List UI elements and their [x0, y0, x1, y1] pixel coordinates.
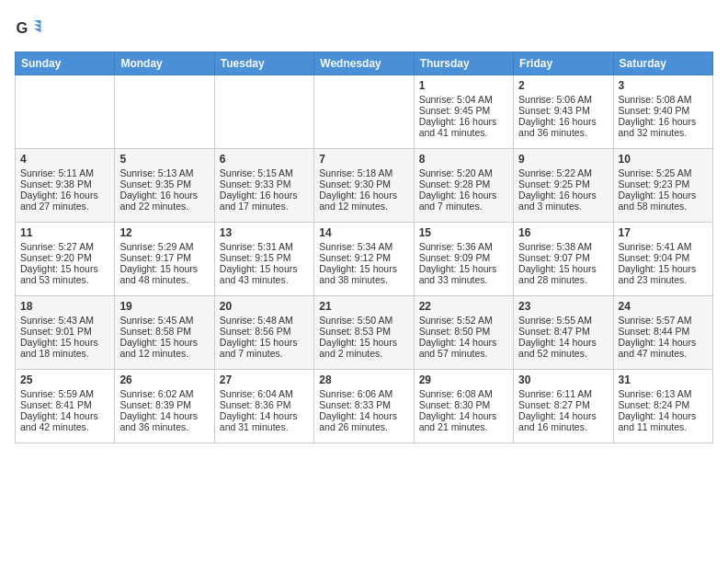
cell-content-line: Sunset: 8:58 PM: [119, 326, 209, 337]
cell-content-line: Sunrise: 5:27 AM: [20, 241, 109, 252]
day-number: 4: [20, 153, 109, 166]
day-number: 5: [119, 153, 209, 166]
cell-content-line: Sunset: 8:39 PM: [119, 399, 209, 410]
cell-content-line: Daylight: 15 hours: [319, 263, 408, 274]
day-number: 19: [119, 300, 209, 313]
cell-content-line: Daylight: 15 hours: [419, 263, 508, 274]
calendar-cell: 18Sunrise: 5:43 AMSunset: 9:01 PMDayligh…: [16, 296, 115, 370]
day-number: 31: [619, 373, 708, 386]
cell-content-line: Sunset: 9:09 PM: [419, 252, 508, 263]
svg-text:G: G: [17, 19, 28, 36]
day-number: 8: [419, 153, 508, 166]
cell-content-line: and 57 minutes.: [419, 348, 508, 359]
cell-content-line: and 32 minutes.: [619, 127, 708, 138]
page-header: G: [15, 15, 713, 42]
cell-content-line: Daylight: 14 hours: [518, 410, 608, 421]
logo: G: [15, 15, 46, 42]
calendar-cell: 5Sunrise: 5:13 AMSunset: 9:35 PMDaylight…: [115, 149, 214, 223]
calendar-cell: 3Sunrise: 5:08 AMSunset: 9:40 PMDaylight…: [613, 75, 712, 149]
cell-content-line: Daylight: 15 hours: [319, 337, 408, 348]
cell-content-line: Daylight: 15 hours: [20, 263, 109, 274]
day-number: 17: [619, 226, 708, 239]
cell-content-line: Daylight: 15 hours: [20, 337, 109, 348]
cell-content-line: Sunrise: 5:36 AM: [419, 241, 508, 252]
cell-content-line: Daylight: 16 hours: [518, 116, 608, 127]
cell-content-line: Daylight: 14 hours: [419, 337, 508, 348]
cell-content-line: and 33 minutes.: [419, 274, 508, 285]
cell-content-line: Sunset: 8:24 PM: [619, 399, 708, 410]
cell-content-line: Daylight: 14 hours: [619, 337, 708, 348]
day-number: 6: [220, 153, 309, 166]
cell-content-line: Daylight: 15 hours: [619, 263, 708, 274]
calendar-cell: 21Sunrise: 5:50 AMSunset: 8:53 PMDayligh…: [314, 296, 414, 370]
day-number: 1: [419, 79, 508, 92]
cell-content-line: Sunset: 9:38 PM: [20, 178, 109, 190]
cell-content-line: Sunset: 9:04 PM: [619, 252, 708, 263]
cell-content-line: Sunset: 8:50 PM: [419, 326, 508, 337]
cell-content-line: Daylight: 16 hours: [319, 190, 408, 201]
calendar-cell: 6Sunrise: 5:15 AMSunset: 9:33 PMDaylight…: [214, 149, 313, 223]
cell-content-line: Daylight: 16 hours: [119, 190, 209, 201]
day-number: 12: [119, 226, 209, 239]
calendar-cell: 1Sunrise: 5:04 AMSunset: 9:45 PMDaylight…: [414, 75, 513, 149]
cell-content-line: and 2 minutes.: [319, 348, 408, 359]
cell-content-line: Sunset: 9:28 PM: [419, 178, 508, 190]
calendar-cell: 24Sunrise: 5:57 AMSunset: 8:44 PMDayligh…: [613, 296, 712, 370]
cell-content-line: Sunrise: 6:08 AM: [419, 388, 508, 399]
logo-icon: G: [15, 15, 42, 42]
day-number: 23: [518, 300, 608, 313]
cell-content-line: Sunrise: 6:06 AM: [319, 388, 408, 399]
svg-marker-1: [34, 20, 41, 25]
calendar-cell: 2Sunrise: 5:06 AMSunset: 9:43 PMDaylight…: [514, 75, 613, 149]
cell-content-line: Sunset: 9:33 PM: [220, 178, 309, 190]
cell-content-line: and 21 minutes.: [419, 421, 508, 432]
day-number: 11: [20, 226, 109, 239]
calendar-cell: 19Sunrise: 5:45 AMSunset: 8:58 PMDayligh…: [115, 296, 214, 370]
day-number: 30: [518, 373, 608, 386]
weekday-header: Thursday: [414, 52, 513, 75]
day-number: 13: [220, 226, 309, 239]
calendar-cell: 11Sunrise: 5:27 AMSunset: 9:20 PMDayligh…: [16, 223, 115, 296]
cell-content-line: Sunset: 8:30 PM: [419, 399, 508, 410]
day-number: 7: [319, 153, 408, 166]
cell-content-line: Daylight: 14 hours: [419, 410, 508, 421]
calendar-cell: 30Sunrise: 6:11 AMSunset: 8:27 PMDayligh…: [514, 370, 613, 443]
day-number: 22: [419, 300, 508, 313]
cell-content-line: Sunset: 8:44 PM: [619, 326, 708, 337]
cell-content-line: Sunrise: 5:55 AM: [518, 315, 608, 326]
svg-marker-3: [34, 29, 41, 33]
cell-content-line: Daylight: 15 hours: [119, 337, 209, 348]
day-number: 25: [20, 373, 109, 386]
cell-content-line: and 17 minutes.: [220, 201, 309, 212]
cell-content-line: and 52 minutes.: [518, 348, 608, 359]
day-number: 2: [518, 79, 608, 92]
cell-content-line: Sunset: 9:30 PM: [319, 178, 408, 190]
cell-content-line: and 3 minutes.: [518, 201, 608, 212]
cell-content-line: and 31 minutes.: [220, 421, 309, 432]
cell-content-line: Sunset: 9:12 PM: [319, 252, 408, 263]
cell-content-line: and 36 minutes.: [518, 127, 608, 138]
calendar-header-row: SundayMondayTuesdayWednesdayThursdayFrid…: [16, 52, 713, 75]
cell-content-line: and 7 minutes.: [220, 348, 309, 359]
cell-content-line: Daylight: 15 hours: [119, 263, 209, 274]
cell-content-line: Sunrise: 5:57 AM: [619, 315, 708, 326]
cell-content-line: Sunrise: 5:13 AM: [119, 167, 209, 178]
weekday-header: Monday: [115, 52, 214, 75]
cell-content-line: Sunset: 9:40 PM: [619, 105, 708, 116]
cell-content-line: and 16 minutes.: [518, 421, 608, 432]
cell-content-line: Sunrise: 5:11 AM: [20, 167, 109, 178]
day-number: 20: [220, 300, 309, 313]
cell-content-line: Sunset: 9:23 PM: [619, 178, 708, 190]
cell-content-line: Sunset: 8:36 PM: [220, 399, 309, 410]
day-number: 3: [619, 79, 708, 92]
cell-content-line: Daylight: 16 hours: [20, 190, 109, 201]
cell-content-line: Sunrise: 5:59 AM: [20, 388, 109, 399]
cell-content-line: and 12 minutes.: [119, 348, 209, 359]
day-number: 29: [419, 373, 508, 386]
calendar-cell: [115, 75, 214, 149]
cell-content-line: Sunrise: 5:04 AM: [419, 94, 508, 105]
cell-content-line: and 58 minutes.: [619, 201, 708, 212]
calendar-week-row: 25Sunrise: 5:59 AMSunset: 8:41 PMDayligh…: [16, 370, 713, 443]
cell-content-line: Daylight: 15 hours: [220, 337, 309, 348]
cell-content-line: Sunset: 8:53 PM: [319, 326, 408, 337]
